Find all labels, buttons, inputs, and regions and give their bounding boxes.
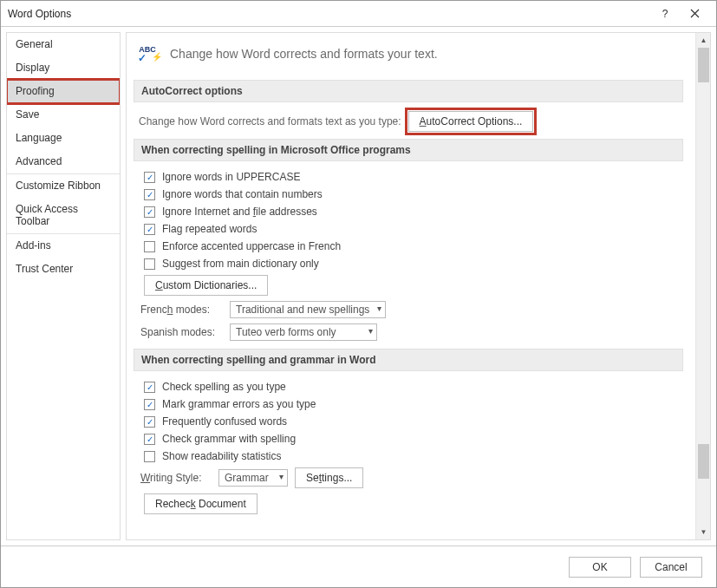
cancel-button[interactable]: Cancel (640, 557, 702, 578)
content-panel: ABC ✓⚡ Change how Word corrects and form… (127, 33, 695, 539)
scrollbar[interactable]: ▲ ▼ (695, 33, 710, 539)
sidebar-item-label: Trust Center (16, 263, 73, 275)
titlebar: Word Options ? (1, 1, 716, 27)
checkbox-icon (144, 224, 155, 235)
check-flag-repeated[interactable]: Flag repeated words (139, 220, 683, 238)
writing-style-row: Writing Style: Grammar Settings... (139, 465, 683, 491)
checkbox-icon (144, 172, 155, 183)
sidebar-item-label: Save (16, 108, 39, 121)
recheck-document-button[interactable]: Recheck Document (144, 493, 257, 514)
custom-dict-row: Custom Dictionaries... (139, 272, 683, 298)
spanish-modes-label: Spanish modes: (140, 326, 223, 338)
check-grammar-as-you-type[interactable]: Mark grammar errors as you type (139, 395, 683, 413)
window-title: Word Options (8, 8, 650, 20)
autocorrect-options-button-label: utoCorrect Options... (427, 115, 523, 127)
checkbox-icon (144, 399, 155, 410)
settings-button[interactable]: Settings... (295, 467, 363, 488)
french-modes-dropdown[interactable]: Traditional and new spellings (230, 301, 386, 318)
check-label: Flag repeated words (162, 223, 257, 235)
checkbox-icon (144, 206, 155, 218)
check-label: Ignore words in UPPERCASE (162, 171, 300, 183)
check-label: Enforce accented uppercase in French (162, 240, 341, 252)
content-wrap: ABC ✓⚡ Change how Word corrects and form… (126, 32, 711, 540)
french-modes-row: French modes: Traditional and new spelli… (139, 298, 683, 321)
writing-style-label: Writing Style: (140, 472, 212, 484)
check-grammar-with-spelling[interactable]: Check grammar with spelling (139, 430, 683, 448)
sidebar-item-label: Proofing (16, 85, 55, 97)
proofing-icon: ABC ✓⚡ (134, 42, 161, 66)
sidebar-item-advanced[interactable]: Advanced (7, 150, 120, 173)
footer: OK Cancel (1, 546, 716, 587)
check-label: Check grammar with spelling (162, 433, 296, 445)
checkbox-icon (144, 241, 155, 252)
check-frequently-confused[interactable]: Frequently confused words (139, 413, 683, 430)
sidebar-item-label: Display (16, 62, 49, 74)
sidebar: General Display Proofing Save Language A… (6, 32, 121, 540)
check-suggest-main-dict[interactable]: Suggest from main dictionary only (139, 255, 683, 272)
sidebar-item-label: Quick Access Toolbar (16, 203, 78, 227)
section-spelling-word-head: When correcting spelling and grammar in … (134, 349, 683, 371)
custom-dictionaries-button[interactable]: Custom Dictionaries... (144, 275, 268, 296)
close-button[interactable] (680, 1, 709, 27)
check-label: Check spelling as you type (162, 381, 286, 393)
check-label: Frequently confused words (162, 415, 287, 428)
french-modes-label: French modes: (140, 304, 223, 316)
check-label: Suggest from main dictionary only (162, 258, 319, 270)
checkbox-icon (144, 258, 155, 270)
scroll-thumb[interactable] (698, 48, 709, 82)
scroll-up-icon[interactable]: ▲ (696, 33, 711, 48)
check-ignore-internet[interactable]: Ignore Internet and file addresses (139, 203, 683, 220)
sidebar-item-customize-ribbon[interactable]: Customize Ribbon (7, 173, 120, 198)
checkbox-icon (144, 189, 155, 200)
sidebar-item-general[interactable]: General (7, 33, 120, 56)
recheck-row: Recheck Document (139, 491, 683, 517)
sidebar-item-display[interactable]: Display (7, 56, 120, 80)
check-enforce-accented[interactable]: Enforce accented uppercase in French (139, 238, 683, 255)
sidebar-item-label: Advanced (16, 155, 62, 167)
sidebar-item-quick-access-toolbar[interactable]: Quick Access Toolbar (7, 198, 120, 233)
check-show-readability[interactable]: Show readability statistics (139, 448, 683, 465)
sidebar-item-label: Customize Ribbon (16, 180, 101, 192)
spelling-word-group: Check spelling as you type Mark grammar … (139, 378, 683, 517)
autocorrect-options-button[interactable]: AutoCorrect Options... (408, 111, 534, 132)
page-header: ABC ✓⚡ Change how Word corrects and form… (134, 36, 683, 75)
spanish-modes-dropdown[interactable]: Tuteo verb forms only (230, 323, 377, 341)
section-spelling-office-head: When correcting spelling in Microsoft Of… (134, 139, 683, 161)
sidebar-item-save[interactable]: Save (7, 103, 120, 127)
scroll-thumb-lower[interactable] (698, 444, 709, 479)
check-ignore-numbers[interactable]: Ignore words that contain numbers (139, 186, 683, 203)
autocorrect-desc: Change how Word corrects and formats tex… (139, 115, 401, 127)
check-label: Ignore words that contain numbers (162, 188, 323, 200)
section-autocorrect-head: AutoCorrect options (134, 80, 683, 102)
checkbox-icon (144, 416, 155, 428)
checkbox-icon (144, 382, 155, 393)
autocorrect-row: Change how Word corrects and formats tex… (134, 109, 683, 134)
spelling-office-group: Ignore words in UPPERCASE Ignore words t… (139, 168, 683, 343)
checkbox-icon (144, 451, 155, 462)
check-ignore-uppercase[interactable]: Ignore words in UPPERCASE (139, 168, 683, 186)
sidebar-item-label: General (16, 38, 53, 50)
check-spelling-as-you-type[interactable]: Check spelling as you type (139, 378, 683, 395)
writing-style-dropdown[interactable]: Grammar (218, 469, 288, 487)
sidebar-item-trust-center[interactable]: Trust Center (7, 258, 120, 281)
check-label: Ignore Internet and file addresses (162, 206, 317, 218)
spanish-modes-row: Spanish modes: Tuteo verb forms only (139, 321, 683, 343)
sidebar-item-label: Language (16, 132, 62, 144)
sidebar-item-language[interactable]: Language (7, 127, 120, 150)
sidebar-item-proofing[interactable]: Proofing (7, 80, 120, 103)
check-label: Show readability statistics (162, 450, 281, 462)
scroll-down-icon[interactable]: ▼ (696, 525, 711, 539)
page-header-text: Change how Word corrects and formats you… (170, 47, 438, 61)
check-label: Mark grammar errors as you type (162, 398, 316, 410)
checkbox-icon (144, 434, 155, 445)
sidebar-item-add-ins[interactable]: Add-ins (7, 233, 120, 258)
help-button[interactable]: ? (650, 1, 680, 27)
ok-button[interactable]: OK (569, 557, 631, 578)
close-icon (690, 9, 700, 18)
sidebar-item-label: Add-ins (16, 239, 51, 252)
main-area: General Display Proofing Save Language A… (1, 27, 716, 546)
